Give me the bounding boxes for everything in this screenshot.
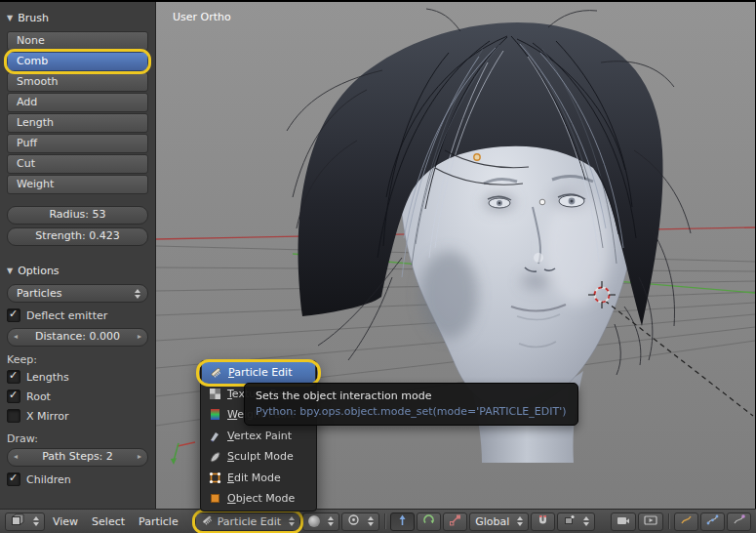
dropdown-arrows-icon [583, 516, 589, 526]
brush-button-cut[interactable]: Cut [7, 154, 148, 174]
tooltip-python-hint: Python: bpy.ops.object.mode_set(mode='PA… [256, 405, 567, 418]
view-name-label: User Ortho [173, 11, 231, 23]
separator [384, 513, 385, 529]
manipulator-translate-button[interactable] [390, 512, 415, 531]
keep-label: Keep: [7, 353, 148, 366]
select-mode-tip-button[interactable] [727, 512, 751, 531]
brush-button-weight[interactable]: Weight [7, 175, 148, 194]
brush-button-smooth[interactable]: Smooth [7, 72, 148, 92]
deflect-emitter-checkbox[interactable]: Deflect emitter [7, 306, 148, 325]
dropdown-arrows-icon [135, 289, 140, 299]
editor-type-button[interactable] [5, 512, 45, 531]
particle-point-icon [706, 513, 719, 529]
tooltip: Sets the object interaction mode Python:… [244, 383, 578, 426]
opengl-render-button[interactable] [611, 512, 636, 531]
options-panel-header[interactable]: ▼ Options [7, 263, 148, 279]
transform-orientation-dropdown[interactable]: Global [469, 512, 529, 531]
dropdown-arrows-icon [33, 516, 39, 526]
manipulator-scale-button[interactable] [443, 512, 467, 531]
particle-edit-icon [209, 366, 222, 379]
rotate-arc-icon [422, 513, 435, 529]
brush-button-comb[interactable]: Comb [7, 52, 148, 71]
render-camera-icon [617, 514, 630, 529]
options-panel-title: Options [18, 265, 59, 277]
particle-point-white[interactable] [539, 199, 545, 205]
strength-slider[interactable]: Strength: 0.423 [7, 227, 148, 246]
magnet-icon [537, 513, 549, 529]
menu-item-particle-edit[interactable]: Particle Edit [202, 362, 315, 384]
menu-select[interactable]: Select [85, 510, 132, 533]
texture-paint-icon [208, 388, 221, 400]
sculpt-mode-icon [208, 450, 221, 463]
brush-panel-title: Brush [18, 12, 49, 24]
viewport-shading-dropdown[interactable] [302, 512, 339, 531]
draw-label: Draw: [7, 432, 148, 445]
brush-button-none[interactable]: None [7, 31, 148, 51]
header-right-group [610, 512, 752, 531]
x-mirror-checkbox[interactable]: X Mirror [7, 406, 148, 426]
checkbox-icon [7, 390, 20, 403]
menu-particle[interactable]: Particle [132, 510, 185, 533]
pivot-point-dropdown[interactable] [341, 512, 379, 531]
collapse-arrow-icon: ▼ [7, 14, 13, 22]
mode-dropdown[interactable]: Particle Edit [195, 512, 300, 531]
lengths-checkbox[interactable]: Lengths [7, 367, 148, 387]
dropdown-arrows-icon [517, 516, 523, 526]
menu-item-edit-mode[interactable]: Edit Mode [201, 468, 316, 489]
snap-toggle-button[interactable] [531, 512, 555, 531]
collapse-arrow-icon: ▼ [7, 266, 13, 275]
separator [668, 513, 669, 529]
pivot-center-icon [347, 513, 360, 529]
checkbox-icon [7, 370, 20, 384]
checkbox-icon [7, 472, 20, 486]
menu-item-vertex-paint[interactable]: Vertex Paint [201, 426, 316, 447]
tooltip-title: Sets the object interaction mode [256, 390, 567, 402]
blender-window: ▼ Brush None Comb Smooth Add Length Puff… [0, 0, 756, 533]
select-mode-point-button[interactable] [700, 512, 725, 531]
particle-edit-icon [201, 513, 214, 529]
distance-field[interactable]: Distance: 0.000 [7, 328, 148, 347]
translate-arrow-icon [396, 513, 409, 529]
brush-button-puff[interactable]: Puff [7, 134, 148, 153]
particle-tip-icon [733, 513, 745, 529]
children-checkbox[interactable]: Children [7, 470, 148, 489]
select-mode-path-button[interactable] [674, 512, 698, 531]
weight-paint-icon [208, 408, 221, 421]
path-steps-field[interactable]: Path Steps: 2 [7, 448, 148, 467]
dropdown-arrows-icon [328, 516, 334, 526]
dropdown-arrows-icon [368, 516, 374, 526]
snap-element-dropdown[interactable] [557, 512, 595, 531]
menu-item-object-mode[interactable]: Object Mode [201, 488, 316, 510]
checkbox-icon [7, 409, 20, 423]
shading-sphere-icon [308, 515, 320, 527]
dropdown-arrows-icon [289, 516, 295, 526]
vertex-paint-icon [208, 430, 221, 442]
editor-3dview-icon [11, 513, 25, 529]
snap-increment-icon [563, 513, 576, 529]
brush-button-add[interactable]: Add [7, 93, 148, 112]
menu-item-sculpt-mode[interactable]: Sculpt Mode [201, 446, 316, 468]
root-checkbox[interactable]: Root [7, 387, 148, 406]
object-mode-icon [208, 492, 221, 505]
render-anim-icon [644, 514, 657, 529]
particle-path-icon [680, 513, 693, 529]
opengl-render-anim-button[interactable] [638, 512, 663, 531]
radius-slider[interactable]: Radius: 53 [7, 206, 148, 225]
brush-panel-header[interactable]: ▼ Brush [7, 10, 148, 26]
particle-point-orange[interactable] [474, 154, 480, 160]
particles-dropdown[interactable]: Particles [7, 284, 148, 303]
scale-box-icon [449, 513, 461, 529]
manipulator-rotate-button[interactable] [417, 512, 441, 531]
edit-mode-icon [208, 472, 221, 484]
tool-shelf: ▼ Brush None Comb Smooth Add Length Puff… [0, 2, 156, 509]
checkbox-icon [7, 308, 20, 322]
menu-view[interactable]: View [46, 510, 85, 533]
viewport-header: View Select Particle Particle Edit [0, 509, 756, 533]
brush-button-length[interactable]: Length [7, 113, 148, 133]
